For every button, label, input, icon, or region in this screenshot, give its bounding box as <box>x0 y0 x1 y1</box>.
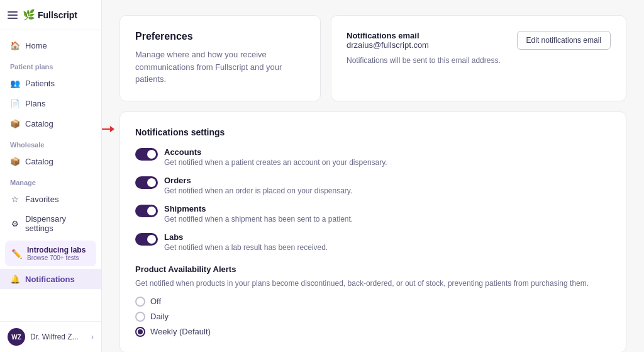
red-arrow-indicator <box>102 126 114 132</box>
radio-off-label: Off <box>150 297 161 306</box>
sidebar-item-plans-label: Plans <box>25 99 46 108</box>
arrow-line <box>102 128 110 130</box>
radio-weekly-circle <box>135 327 145 337</box>
orders-text: Orders Get notified when an order is pla… <box>164 176 352 195</box>
orders-desc: Get notified when an order is placed on … <box>164 186 352 195</box>
radio-group: Off Daily Weekly (Default) <box>135 297 611 337</box>
hamburger-icon[interactable] <box>8 11 18 19</box>
promo-subtitle: Browse 700+ tests <box>27 254 86 261</box>
toggle-item-orders: Orders Get notified when an order is pla… <box>135 176 611 195</box>
arrow-head <box>110 126 114 132</box>
notifications-settings-card: Notifications settings Accounts Get noti… <box>119 111 626 353</box>
sidebar-item-catalog-ws[interactable]: 📦 Catalog <box>0 151 101 171</box>
sidebar-item-patients[interactable]: 👥 Patients <box>0 73 101 93</box>
sidebar-item-notifications-label: Notifications <box>25 275 75 284</box>
shipments-toggle[interactable] <box>135 205 158 217</box>
email-address: drzaius@fullscript.com <box>347 40 429 50</box>
chevron-right-icon: › <box>91 332 94 341</box>
labs-promo-icon: ✏️ <box>11 249 22 259</box>
plans-icon: 📄 <box>10 98 20 108</box>
sidebar-item-favorites[interactable]: ☆ Favorites <box>0 189 101 209</box>
radio-daily-circle <box>135 312 145 322</box>
accounts-text: Accounts Get notified when a patient cre… <box>164 147 387 167</box>
sidebar: 🌿 Fullscript 🏠 Home Patient plans 👥 Pati… <box>0 0 102 352</box>
accounts-toggle[interactable] <box>135 148 158 161</box>
sidebar-item-home-label: Home <box>25 41 47 50</box>
notifications-settings-title: Notifications settings <box>135 127 611 137</box>
catalog-ws-icon: 📦 <box>10 156 20 166</box>
radio-weekly[interactable]: Weekly (Default) <box>135 327 611 337</box>
home-icon: 🏠 <box>10 40 20 50</box>
sidebar-item-patients-label: Patients <box>25 79 55 88</box>
toggle-item-labs: Labs Get notified when a lab result has … <box>135 232 611 252</box>
gear-icon: ⚙ <box>10 219 20 229</box>
shipments-desc: Get notified when a shipment has been se… <box>164 215 353 224</box>
radio-weekly-label: Weekly (Default) <box>150 327 211 336</box>
product-alerts-desc: Get notified when products in your plans… <box>135 278 611 289</box>
sidebar-item-favorites-label: Favorites <box>25 195 58 204</box>
top-row: Preferences Manage where and how you rec… <box>119 15 626 101</box>
user-name: Dr. Wilfred Z... <box>30 332 86 341</box>
logo-area: 🌿 Fullscript <box>23 9 77 21</box>
promo-title: Introducing labs <box>27 246 86 254</box>
labs-title: Labs <box>164 232 328 242</box>
accounts-desc: Get notified when a patient creates an a… <box>164 158 387 167</box>
radio-daily[interactable]: Daily <box>135 312 611 322</box>
email-note: Notifications will be sent to this email… <box>347 56 611 65</box>
orders-toggle[interactable] <box>135 176 158 189</box>
sidebar-item-catalog-pp[interactable]: 📦 Catalog <box>0 113 101 133</box>
sidebar-item-dispensary-settings[interactable]: ⚙ Dispensary settings <box>0 209 101 238</box>
labs-text: Labs Get notified when a lab result has … <box>164 232 328 252</box>
logo-leaf-icon: 🌿 <box>23 9 35 21</box>
manage-section: Manage <box>0 171 101 189</box>
promo-text: Introducing labs Browse 700+ tests <box>27 246 86 261</box>
email-card-top: Notifications email drzaius@fullscript.c… <box>347 31 611 54</box>
product-alerts-section: Product Availability Alerts Get notified… <box>135 264 611 337</box>
shipments-text: Shipments Get notified when a shipment h… <box>164 204 353 224</box>
preferences-card: Preferences Manage where and how you rec… <box>119 15 321 101</box>
accounts-title: Accounts <box>164 147 387 157</box>
edit-notifications-email-button[interactable]: Edit notifications email <box>517 31 611 50</box>
star-icon: ☆ <box>10 194 20 204</box>
sidebar-user[interactable]: WZ Dr. Wilfred Z... › <box>0 321 101 352</box>
labs-desc: Get notified when a lab result has been … <box>164 243 328 252</box>
sidebar-item-notifications[interactable]: 🔔 Notifications <box>0 269 101 289</box>
sidebar-item-dispensary-settings-label: Dispensary settings <box>25 214 91 233</box>
shipments-title: Shipments <box>164 204 353 213</box>
main-content: Preferences Manage where and how you rec… <box>102 0 644 352</box>
sidebar-item-catalog-ws-label: Catalog <box>25 157 53 166</box>
email-info: Notifications email drzaius@fullscript.c… <box>347 31 429 54</box>
preferences-description: Manage where and how you receive communi… <box>135 48 305 86</box>
radio-off[interactable]: Off <box>135 297 611 307</box>
bell-icon: 🔔 <box>10 274 20 284</box>
introducing-labs-promo[interactable]: ✏️ Introducing labs Browse 700+ tests <box>5 241 96 266</box>
product-alerts-title: Product Availability Alerts <box>135 264 611 274</box>
sidebar-item-plans[interactable]: 📄 Plans <box>0 93 101 113</box>
labs-toggle[interactable] <box>135 233 158 246</box>
toggle-item-shipments: Shipments Get notified when a shipment h… <box>135 204 611 224</box>
patient-plans-section: Patient plans <box>0 55 101 73</box>
orders-title: Orders <box>164 176 352 185</box>
patients-icon: 👥 <box>10 78 20 88</box>
toggle-item-accounts: Accounts Get notified when a patient cre… <box>135 147 611 167</box>
radio-daily-label: Daily <box>150 312 169 321</box>
wholesale-section: Wholesale <box>0 133 101 151</box>
radio-off-circle <box>135 297 145 307</box>
notifications-email-label: Notifications email <box>347 31 429 40</box>
sidebar-item-home[interactable]: 🏠 Home <box>0 35 101 55</box>
catalog-pp-icon: 📦 <box>10 118 20 128</box>
sidebar-item-catalog-pp-label: Catalog <box>25 119 53 128</box>
sidebar-header: 🌿 Fullscript <box>0 0 101 30</box>
sidebar-nav: 🏠 Home Patient plans 👥 Patients 📄 Plans … <box>0 30 101 321</box>
avatar: WZ <box>8 328 25 346</box>
toggle-row: Accounts Get notified when a patient cre… <box>135 147 611 252</box>
logo-text: Fullscript <box>38 10 77 20</box>
preferences-title: Preferences <box>135 31 305 42</box>
notifications-email-card: Notifications email drzaius@fullscript.c… <box>331 15 626 101</box>
